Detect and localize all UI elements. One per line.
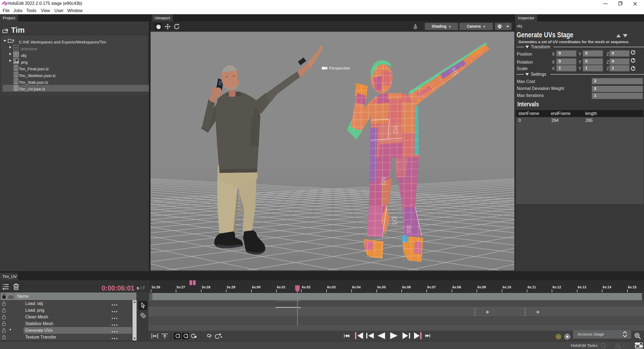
svg-text:M1: M1: [379, 176, 387, 187]
svg-text:H2: H2: [392, 126, 399, 134]
svg-text:Perspective: Perspective: [329, 66, 350, 70]
svg-text:D3: D3: [391, 216, 399, 225]
svg-text:B6: B6: [405, 225, 413, 234]
